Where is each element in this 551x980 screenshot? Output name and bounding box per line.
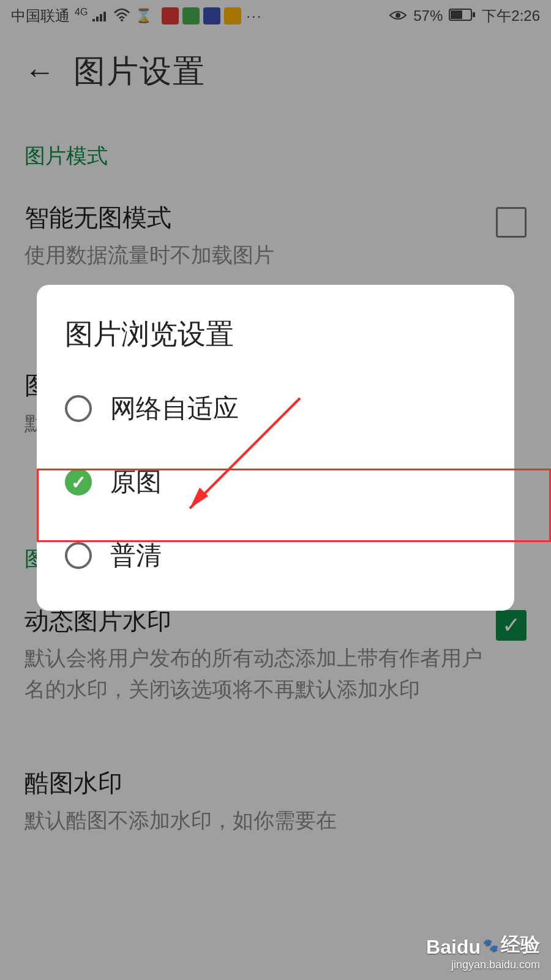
watermark-brand: Baidu	[426, 936, 481, 959]
dialog-image-browse-settings: 图片浏览设置 网络自适应 ✓ 原图 普清	[37, 285, 514, 611]
option-label: 普清	[110, 538, 162, 573]
radio-unselected-icon	[65, 542, 92, 569]
radio-unselected-icon	[65, 395, 92, 422]
option-label: 原图	[110, 465, 162, 499]
option-label: 网络自适应	[110, 391, 239, 426]
dialog-title: 图片浏览设置	[37, 315, 514, 372]
watermark: Baidu 🐾 经验 jingyan.baidu.com	[426, 932, 540, 971]
paw-icon: 🐾	[483, 938, 498, 952]
dialog-option-adaptive[interactable]: 网络自适应	[37, 372, 514, 445]
watermark-url: jingyan.baidu.com	[426, 959, 540, 971]
watermark-suffix: 经验	[501, 932, 540, 959]
dialog-option-standard[interactable]: 普清	[37, 519, 514, 592]
radio-selected-icon: ✓	[65, 469, 92, 496]
dialog-option-original[interactable]: ✓ 原图	[37, 445, 514, 519]
